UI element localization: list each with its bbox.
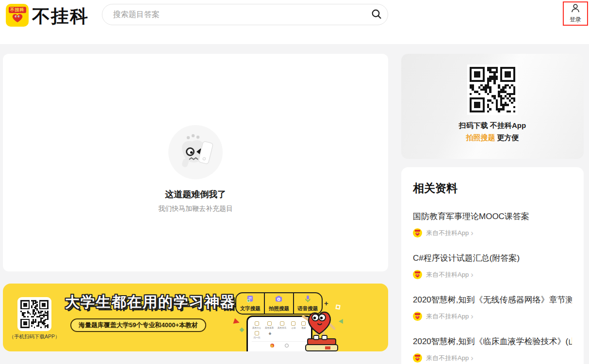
- decor-green-triangle: [339, 319, 343, 324]
- content-card: 这道题难倒我了 我们快马加鞭去补充题目: [3, 54, 388, 271]
- logo-heart-icon: [11, 13, 24, 25]
- mockup-add-icon: +: [265, 331, 275, 339]
- login-button[interactable]: 登录: [563, 1, 588, 26]
- download-line2-rest: 更方便: [495, 133, 519, 142]
- related-item: C#程序设计试题汇总(附答案) 来自不挂科App ›: [413, 253, 572, 279]
- logo-badge-text: 不挂科: [9, 7, 26, 13]
- app-download-banner[interactable]: （手机扫码下载APP） 大学生都在用的学习神器 海量题库覆盖大学59个专业和40…: [3, 284, 388, 351]
- related-item-title[interactable]: 2020智慧树,知到《临床血液学检验技术》(山…: [413, 336, 572, 347]
- search-icon: [371, 9, 382, 21]
- mockup-logo-dot: [270, 344, 274, 348]
- mockup-app-icon: [280, 321, 284, 326]
- decor-sparkle-icon: +: [324, 299, 328, 307]
- brand-wordmark: 不挂科: [32, 4, 89, 29]
- related-item-source[interactable]: 来自不挂科App ›: [413, 228, 572, 237]
- feature-text-search: 文字搜题: [236, 293, 264, 314]
- related-title: 相关资料: [413, 181, 572, 196]
- related-item: 2020智慧树,知到《临床血液学检验技术》(山… 来自不挂科App ›: [413, 336, 572, 363]
- decor-red-triangle: [233, 318, 240, 325]
- mockup-clock-dot: [285, 344, 289, 348]
- banner-headline: 大学生都在用的学习神器: [65, 292, 236, 312]
- related-item-source[interactable]: 来自不挂科App ›: [413, 353, 572, 363]
- mockup-app-icon: [291, 321, 295, 326]
- related-item-source[interactable]: 来自不挂科App ›: [413, 270, 572, 279]
- search-input[interactable]: [113, 10, 365, 19]
- user-icon: [571, 3, 580, 15]
- feature-label: 文字搜题: [240, 305, 261, 312]
- chevron-right-icon: ›: [471, 355, 473, 361]
- chevron-right-icon: ›: [471, 230, 473, 236]
- feature-label: 拍照搜题: [269, 305, 289, 312]
- mockup-app-icon: [255, 321, 259, 326]
- empty-state-subtitle: 我们快马加鞭去补充题目: [3, 205, 388, 213]
- chevron-right-icon: ›: [471, 313, 473, 319]
- related-item: 2020智慧树,知到《无线传感器网络》章节测… 来自不挂科App ›: [413, 294, 572, 321]
- sidebar-qr-code: [467, 64, 518, 115]
- search-button[interactable]: [365, 4, 388, 25]
- empty-state-mascot-illustration: [3, 125, 388, 182]
- related-item-title[interactable]: 国防教育军事理论MOOC课答案: [413, 211, 572, 222]
- login-label: 登录: [570, 16, 581, 24]
- banner-qr-caption: （手机扫码下载APP）: [6, 333, 63, 340]
- download-line1: 扫码下载 不挂科App: [401, 121, 584, 130]
- mockup-app-icon: [267, 321, 272, 326]
- sidebar-download-card: 扫码下载 不挂科App 拍照搜题 更方便: [401, 54, 584, 159]
- feature-photo-search: 拍照搜题: [264, 293, 293, 314]
- banner-badge: 海量题库覆盖大学59个专业和4000+本教材: [70, 318, 206, 332]
- decor-white-square: [335, 304, 340, 309]
- app-mini-logo-icon: [413, 353, 422, 363]
- related-item-title[interactable]: C#程序设计试题汇总(附答案): [413, 253, 572, 264]
- text-search-icon: [246, 295, 254, 305]
- app-mini-logo-icon: [413, 312, 422, 321]
- mockup-app-item: 高考资讯: [277, 321, 287, 329]
- download-line2: 拍照搜题 更方便: [401, 133, 584, 142]
- heart-mascot-illustration: [297, 307, 342, 351]
- app-mini-logo-icon: [413, 228, 422, 237]
- mockup-app-item: 高考估分: [252, 321, 262, 329]
- related-item-source[interactable]: 来自不挂科App ›: [413, 312, 572, 321]
- mockup-app-item: 小说: [290, 321, 297, 329]
- mockup-app-item: 高考真题: [264, 321, 274, 329]
- mockup-app-icon: [255, 331, 259, 335]
- download-line2-highlight: 拍照搜题: [466, 133, 495, 142]
- app-logo[interactable]: 不挂科: [6, 4, 29, 27]
- related-item: 国防教育军事理论MOOC课答案 来自不挂科App ›: [413, 211, 572, 237]
- mockup-app-item: 问一问: [252, 331, 262, 339]
- microphone-search-icon: [304, 295, 312, 305]
- camera-search-icon: [275, 295, 283, 305]
- decor-green-diamond: [240, 328, 245, 332]
- related-materials-card: 相关资料 国防教育军事理论MOOC课答案 来自不挂科App › C#程序设计试题…: [401, 167, 584, 364]
- app-mini-logo-icon: [413, 270, 422, 279]
- related-item-title[interactable]: 2020智慧树,知到《无线传感器网络》章节测…: [413, 294, 572, 305]
- search-bar: [102, 4, 388, 25]
- empty-state-title: 这道题难倒我了: [3, 189, 388, 200]
- banner-qr-code: [17, 297, 51, 331]
- header: 不挂科 不挂科 登录: [0, 0, 589, 44]
- chevron-right-icon: ›: [471, 271, 473, 278]
